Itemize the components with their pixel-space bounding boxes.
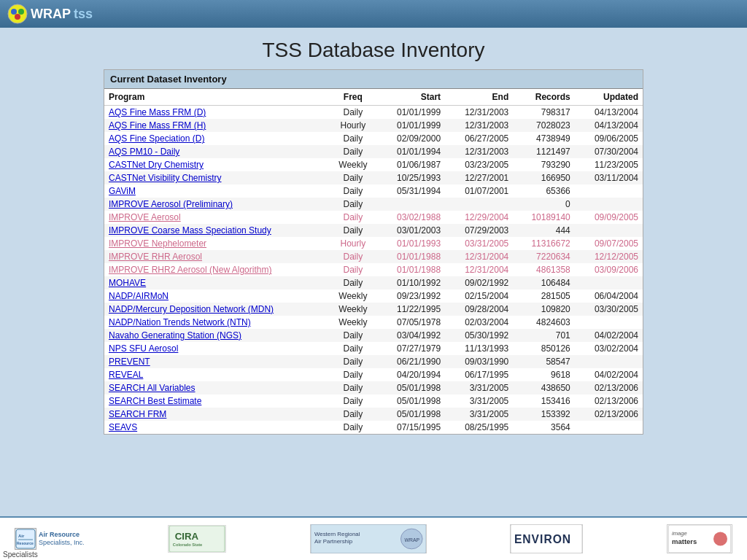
program-link[interactable]: SEARCH FRM <box>109 409 166 419</box>
program-link[interactable]: CASTNet Visibility Chemistry <box>109 173 221 183</box>
cell-program[interactable]: AQS PM10 - Daily <box>104 145 329 158</box>
cell-program[interactable]: SEARCH FRM <box>104 408 329 421</box>
cell-records: 11316672 <box>513 237 575 250</box>
footer-logo-ars: Air Resource Air ResourceSpecialists, In… <box>15 528 85 550</box>
cell-end: 11/13/1993 <box>445 342 513 355</box>
program-link[interactable]: NADP/AIRMoN <box>109 291 169 301</box>
cell-updated: 12/12/2005 <box>575 250 643 263</box>
col-header-program: Program <box>104 89 329 106</box>
cell-program[interactable]: IMPROVE Aerosol <box>104 211 329 224</box>
cell-updated <box>575 198 643 211</box>
cell-updated: 03/30/2005 <box>575 303 643 316</box>
table-row: IMPROVE Coarse Mass Speciation StudyDail… <box>104 224 643 237</box>
program-link[interactable]: IMPROVE Nephelometer <box>109 238 206 249</box>
cell-program[interactable]: NADP/Mercury Deposition Network (MDN) <box>104 303 329 316</box>
cell-program[interactable]: NADP/Nation Trends Network (NTN) <box>104 316 329 329</box>
program-link[interactable]: AQS Fine Mass FRM (H) <box>109 120 206 131</box>
cell-updated <box>575 224 643 237</box>
cell-program[interactable]: AQS Fine Mass FRM (H) <box>104 119 329 132</box>
cell-freq: Daily <box>329 145 377 158</box>
cell-freq: Daily <box>329 184 377 198</box>
cell-end: 02/15/2004 <box>445 289 513 303</box>
cell-freq: Daily <box>329 408 377 421</box>
cell-program[interactable]: REVEAL <box>104 368 329 381</box>
program-link[interactable]: REVEAL <box>109 370 143 380</box>
cell-program[interactable]: AQS Fine Speciation (D) <box>104 132 329 145</box>
cell-updated: 11/23/2005 <box>575 158 643 171</box>
cell-records: 10189140 <box>513 211 575 224</box>
cell-program[interactable]: CASTNet Visibility Chemistry <box>104 171 329 184</box>
program-link[interactable]: IMPROVE Aerosol (Preliminary) <box>109 199 233 209</box>
cell-records: 153416 <box>513 394 575 408</box>
cell-program[interactable]: PREVENT <box>104 355 329 368</box>
table-row: NPS SFU AerosolDaily07/27/197911/13/1993… <box>104 342 643 355</box>
logo-wrap-text: WRAP <box>31 7 71 22</box>
program-link[interactable]: GAViM <box>109 186 136 196</box>
program-link[interactable]: SEARCH Best Estimate <box>109 396 201 406</box>
table-row: SEAVSDaily07/15/199508/25/19953564 <box>104 421 643 434</box>
program-link[interactable]: IMPROVE Aerosol <box>109 212 181 222</box>
cell-program[interactable]: IMPROVE RHR Aerosol <box>104 250 329 263</box>
program-link[interactable]: PREVENT <box>109 357 150 367</box>
cell-updated: 09/06/2005 <box>575 132 643 145</box>
cell-program[interactable]: MOHAVE <box>104 276 329 289</box>
cell-start: 11/22/1995 <box>377 303 445 316</box>
cell-freq: Daily <box>329 224 377 237</box>
program-link[interactable]: AQS PM10 - Daily <box>109 147 179 157</box>
cell-program[interactable]: IMPROVE RHR2 Aerosol (New Algorithm) <box>104 263 329 276</box>
cell-program[interactable]: AQS Fine Mass FRM (D) <box>104 106 329 120</box>
cell-freq: Daily <box>329 171 377 184</box>
cell-program[interactable]: IMPROVE Coarse Mass Speciation Study <box>104 224 329 237</box>
cell-end: 12/31/2003 <box>445 119 513 132</box>
table-row: IMPROVE Aerosol (Preliminary)Daily0 <box>104 198 643 211</box>
program-link[interactable]: CASTNet Dry Chemistry <box>109 160 204 170</box>
wrap-logo-icon <box>7 4 28 24</box>
cell-start: 07/15/1995 <box>377 421 445 434</box>
cell-program[interactable]: SEARCH Best Estimate <box>104 394 329 408</box>
cell-records: 0 <box>513 198 575 211</box>
cell-program[interactable]: SEARCH All Variables <box>104 381 329 394</box>
cell-program[interactable]: NADP/AIRMoN <box>104 289 329 303</box>
cell-start: 06/21/1990 <box>377 355 445 368</box>
cell-start: 01/01/1994 <box>377 145 445 158</box>
cell-updated: 02/13/2006 <box>575 381 643 394</box>
table-row: SEARCH All VariablesDaily05/01/19983/31/… <box>104 381 643 394</box>
cell-end: 09/02/1992 <box>445 276 513 289</box>
cell-program[interactable]: CASTNet Dry Chemistry <box>104 158 329 171</box>
cell-end: 08/25/1995 <box>445 421 513 434</box>
program-link[interactable]: SEARCH All Variables <box>109 383 196 393</box>
cell-end: 12/31/2003 <box>445 106 513 120</box>
program-link[interactable]: NPS SFU Aerosol <box>109 343 178 354</box>
program-link[interactable]: IMPROVE Coarse Mass Speciation Study <box>109 225 271 236</box>
cell-end: 03/23/2005 <box>445 158 513 171</box>
cell-end: 3/31/2005 <box>445 408 513 421</box>
cell-updated: 04/13/2004 <box>575 106 643 120</box>
program-link[interactable]: NADP/Mercury Deposition Network (MDN) <box>109 304 274 314</box>
cell-updated <box>575 355 643 368</box>
program-link[interactable]: MOHAVE <box>109 278 146 288</box>
svg-point-3 <box>15 14 20 20</box>
cell-program[interactable]: NPS SFU Aerosol <box>104 342 329 355</box>
cell-program[interactable]: IMPROVE Nephelometer <box>104 237 329 250</box>
cell-program[interactable]: Navaho Generating Station (NGS) <box>104 329 329 342</box>
program-link[interactable]: SEAVS <box>109 422 137 432</box>
svg-text:matters: matters <box>672 537 697 545</box>
program-link[interactable]: NADP/Nation Trends Network (NTN) <box>109 317 251 327</box>
cell-program[interactable]: SEAVS <box>104 421 329 434</box>
cell-start: 01/01/1999 <box>377 106 445 120</box>
cell-program[interactable]: GAViM <box>104 184 329 198</box>
cell-program[interactable]: IMPROVE Aerosol (Preliminary) <box>104 198 329 211</box>
cell-end: 03/31/2005 <box>445 237 513 250</box>
table-row: IMPROVE RHR AerosolDaily01/01/198812/31/… <box>104 250 643 263</box>
program-link[interactable]: IMPROVE RHR2 Aerosol (New Algorithm) <box>109 265 271 275</box>
program-link[interactable]: Navaho Generating Station (NGS) <box>109 330 241 341</box>
cell-start: 09/23/1992 <box>377 289 445 303</box>
logo-wrap: WRAP tss <box>7 4 93 24</box>
cell-start: 01/01/1988 <box>377 250 445 263</box>
cell-freq: Hourly <box>329 119 377 132</box>
program-link[interactable]: AQS Fine Mass FRM (D) <box>109 107 206 117</box>
program-link[interactable]: AQS Fine Speciation (D) <box>109 133 204 144</box>
cell-start: 03/01/2003 <box>377 224 445 237</box>
program-link[interactable]: IMPROVE RHR Aerosol <box>109 252 202 262</box>
logo-tss-text: tss <box>74 7 93 22</box>
